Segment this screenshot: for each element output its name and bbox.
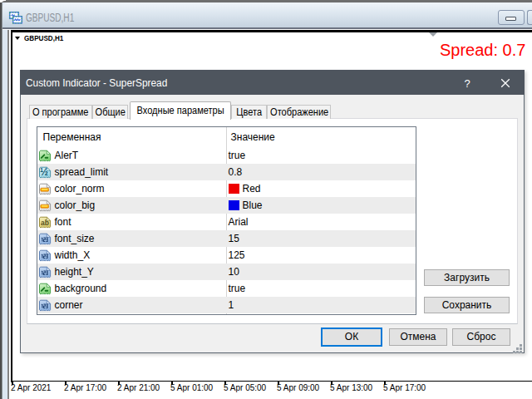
svg-text:ab: ab xyxy=(41,218,49,226)
svg-text:½: ½ xyxy=(39,166,47,178)
